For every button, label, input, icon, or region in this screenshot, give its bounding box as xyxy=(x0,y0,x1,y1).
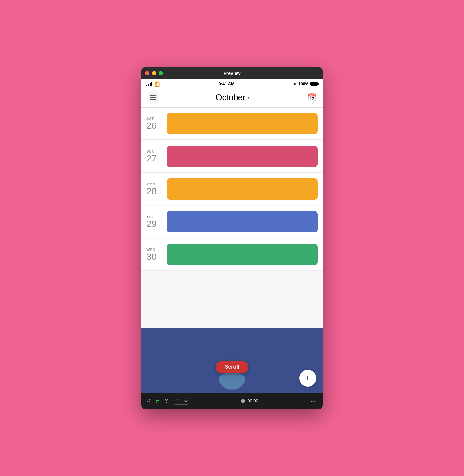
wifi-icon: 📶 xyxy=(154,81,160,87)
maximize-button[interactable] xyxy=(159,71,163,75)
ellipsis-icon: ⋯ xyxy=(310,398,318,405)
timecode-display: 00:00 xyxy=(248,399,258,403)
calendar-icon: 📅 xyxy=(307,93,316,102)
day-number: 27 xyxy=(146,154,162,163)
window-controls xyxy=(145,71,163,75)
day-row-sun: SUN 27 xyxy=(141,140,323,173)
scroll-section: Scroll xyxy=(141,335,323,393)
toolbar-more-button[interactable]: ⋯ xyxy=(310,397,318,405)
month-selector[interactable]: October ▾ xyxy=(215,92,250,102)
event-block-tue[interactable] xyxy=(167,211,318,232)
hamburger-icon xyxy=(150,97,156,98)
app-header: October ▾ 📅 xyxy=(141,89,323,108)
day-label-wed: WED 30 xyxy=(146,248,162,261)
status-right: ∗ 100% xyxy=(293,82,318,86)
event-block-sun[interactable] xyxy=(167,146,318,167)
day-number: 30 xyxy=(146,252,162,261)
bluetooth-icon: ∗ xyxy=(293,82,296,86)
status-left: 📶 xyxy=(146,81,160,87)
event-block-wed[interactable] xyxy=(167,244,318,265)
hamburger-icon xyxy=(150,95,156,96)
loop-icon[interactable]: ⇄ xyxy=(155,398,159,404)
calendar-body: SAT 26 SUN 27 MON 28 TUE 29 xyxy=(141,108,323,328)
day-row-sat: SAT 26 xyxy=(141,108,323,140)
event-block-mon[interactable] xyxy=(167,178,318,200)
day-label-tue: TUE 29 xyxy=(146,215,162,229)
record-icon xyxy=(241,399,245,403)
event-block-sat[interactable] xyxy=(167,113,318,134)
day-label-mon: MON 28 xyxy=(146,182,162,196)
add-event-button[interactable]: + xyxy=(299,370,316,387)
menu-button[interactable] xyxy=(146,91,159,104)
app-window: Preview 📶 9:41 AM ∗ 100% Octo xyxy=(141,67,323,409)
day-name: MON xyxy=(146,182,162,186)
calendar-view-button[interactable]: 📅 xyxy=(306,92,318,103)
month-title: October xyxy=(215,92,246,102)
day-row-tue: TUE 29 xyxy=(141,206,323,238)
minimize-button[interactable] xyxy=(152,71,156,75)
bottom-toolbar: ↺ ⇄ ⏱ 1 2 0.5 00:00 ⋯ xyxy=(141,393,323,409)
status-bar: 📶 9:41 AM ∗ 100% xyxy=(141,79,323,89)
title-bar: Preview xyxy=(141,67,323,79)
refresh-icon[interactable]: ↺ xyxy=(146,398,151,404)
scroll-button-container: Scroll xyxy=(216,361,248,390)
toolbar-center: 00:00 xyxy=(241,399,258,403)
chevron-down-icon: ▾ xyxy=(248,95,250,100)
day-row-mon: MON 28 xyxy=(141,173,323,205)
scroll-button[interactable]: Scroll xyxy=(216,361,248,373)
hamburger-icon xyxy=(150,99,156,100)
day-number: 29 xyxy=(146,220,162,229)
day-label-sun: SUN 27 xyxy=(146,149,162,163)
window-title: Preview xyxy=(224,71,241,76)
day-name: SAT xyxy=(146,117,162,121)
battery-icon xyxy=(310,82,318,86)
battery-percent: 100% xyxy=(298,82,308,86)
clock-icon[interactable]: ⏱ xyxy=(164,398,169,404)
status-time: 9:41 AM xyxy=(218,81,234,86)
day-name: WED xyxy=(146,248,162,252)
day-name: TUE xyxy=(146,215,162,219)
day-number: 28 xyxy=(146,187,162,196)
close-button[interactable] xyxy=(145,71,149,75)
day-row-wed: WED 30 xyxy=(141,239,323,271)
bottom-area: Scroll + xyxy=(141,328,323,393)
day-number: 26 xyxy=(146,121,162,130)
toolbar-left: ↺ ⇄ ⏱ 1 2 0.5 xyxy=(146,398,189,405)
day-name: SUN xyxy=(146,149,162,153)
day-label-sat: SAT 26 xyxy=(146,117,162,130)
signal-bars-icon xyxy=(146,82,152,86)
speed-selector[interactable]: 1 2 0.5 xyxy=(174,398,189,405)
blob-decoration xyxy=(219,372,245,390)
